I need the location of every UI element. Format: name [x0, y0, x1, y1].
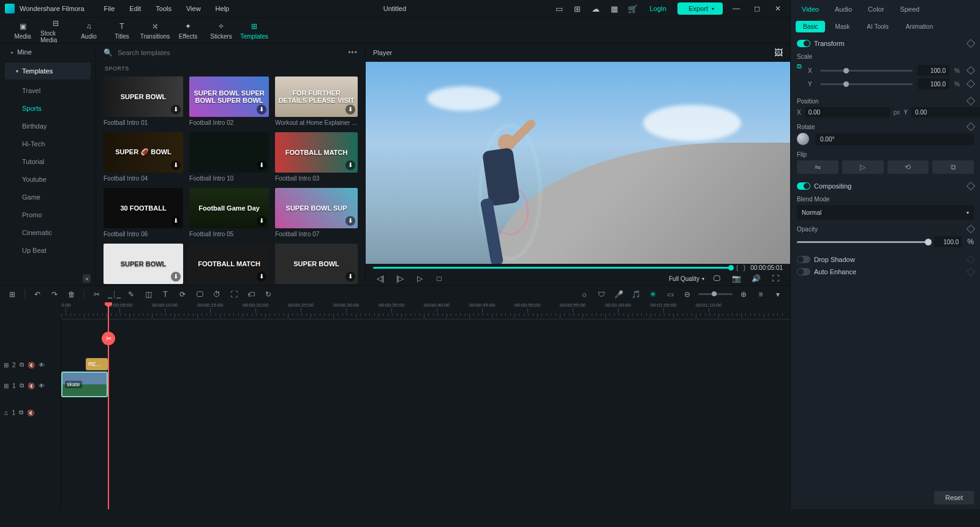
rotate-cw-icon[interactable]: ⧉ — [932, 160, 974, 174]
nav-sub-sports[interactable]: Sports — [0, 99, 96, 117]
template-thumb[interactable]: Football Game Day⬇Football Intro 05 — [189, 188, 269, 237]
track-head-title[interactable]: ⊞2 ⧉ 🔇 👁 — [0, 357, 61, 372]
keyframe-icon[interactable] — [967, 225, 975, 233]
nav-sub-promo[interactable]: Promo — [0, 206, 96, 223]
eye-icon[interactable]: 👁 — [39, 362, 45, 368]
apps-icon[interactable]: ▦ — [608, 2, 620, 15]
eye-icon[interactable]: 👁 — [39, 383, 45, 389]
scale-y-slider[interactable] — [820, 83, 913, 85]
close-button[interactable]: ✕ — [771, 4, 785, 13]
track-head-video[interactable]: ⊞1 ⧉ 🔇 👁 — [0, 372, 61, 399]
mark-in-icon[interactable]: { — [736, 264, 739, 271]
template-thumb[interactable]: SUPER BOWL SUPER BOWL SUPER BOWL⬇Footbal… — [189, 77, 269, 126]
rp-sub-basic[interactable]: Basic — [796, 21, 825, 32]
template-thumb[interactable]: FOOTBALL MATCH⬇ — [189, 244, 269, 285]
template-thumb[interactable]: SUPER BOWL⬇Football Intro 01 — [104, 77, 183, 126]
keyframe-icon[interactable] — [967, 66, 975, 75]
download-icon[interactable]: ⬇ — [257, 160, 266, 170]
monitor-icon[interactable]: 🖵 — [709, 271, 724, 286]
mark-icon[interactable]: ✎ — [124, 288, 138, 301]
snapshot-icon[interactable]: ⊞ — [571, 2, 584, 15]
template-thumb[interactable]: ⬇Football Intro 10 — [189, 132, 269, 182]
dropshadow-toggle[interactable] — [797, 256, 810, 263]
list-icon[interactable]: ≡ — [753, 288, 768, 301]
fullscreen-icon[interactable]: ⛶ — [768, 271, 783, 286]
opacity-slider[interactable] — [797, 241, 929, 243]
redo-icon[interactable]: ↷ — [47, 288, 62, 301]
export-button[interactable]: Export▾ — [677, 2, 723, 15]
link-scale-icon[interactable]: ⧉ — [797, 62, 805, 92]
keyframe-icon[interactable] — [967, 80, 975, 88]
transform-toggle[interactable] — [797, 40, 810, 47]
keyframe-icon[interactable] — [967, 255, 975, 264]
delete-icon[interactable]: 🗑 — [64, 288, 79, 301]
download-icon[interactable]: ⬇ — [171, 105, 181, 114]
scale-x-slider[interactable] — [820, 70, 913, 72]
download-icon[interactable]: ⬇ — [257, 216, 266, 226]
scale-x-value[interactable]: 100.0 — [918, 65, 949, 76]
undo-icon[interactable]: ↶ — [30, 288, 45, 301]
mute-icon[interactable]: 🔇 — [27, 409, 34, 416]
zoom-in-icon[interactable]: ⊕ — [736, 288, 751, 301]
login-button[interactable]: LogIn — [645, 5, 672, 12]
rotate-dial[interactable] — [797, 133, 809, 145]
layout-icon[interactable]: ▭ — [553, 2, 565, 15]
menu-file[interactable]: File — [97, 5, 123, 12]
timeline-ruler[interactable]: 0:0000:00:05:0000:00:10:0000:00:15:0000:… — [61, 302, 790, 320]
tab-templates[interactable]: ⊞Templates — [238, 21, 271, 40]
volume-icon[interactable]: 🔊 — [748, 271, 763, 286]
record-icon[interactable]: 🖵 — [192, 288, 207, 301]
text-icon[interactable]: T — [158, 288, 173, 301]
flip-h-icon[interactable]: ⇋ — [797, 160, 839, 174]
aspect-icon[interactable]: ▭ — [663, 288, 677, 301]
track-head-audio[interactable]: ♫1 ⧉ 🔇 — [0, 399, 61, 426]
mark-out-icon[interactable]: } — [743, 264, 745, 271]
rp-tab-speed[interactable]: Speed — [894, 3, 925, 15]
tab-titles[interactable]: TTitles — [105, 21, 138, 40]
download-icon[interactable]: ⬇ — [171, 160, 181, 170]
autoenhance-toggle[interactable] — [797, 268, 810, 275]
nav-sub-birthday[interactable]: Birthday — [0, 117, 96, 135]
copy-icon[interactable]: ⧉ — [20, 361, 24, 368]
pos-x-input[interactable] — [805, 107, 890, 118]
template-thumb[interactable]: SUPER 🏈 BOWL⬇Football Intro 04 — [104, 132, 183, 182]
nav-templates[interactable]: Templates — [5, 62, 91, 80]
rp-sub-animation[interactable]: Animation — [899, 21, 940, 32]
camera-icon[interactable]: 📷 — [729, 271, 744, 286]
nav-sub-hitech[interactable]: Hi-Tech — [0, 135, 96, 152]
more-icon[interactable]: ••• — [348, 48, 358, 57]
nav-sub-cinematic[interactable]: Cinematic — [0, 223, 96, 241]
download-icon[interactable]: ⬇ — [171, 272, 181, 282]
scissors-icon[interactable]: ✂ — [89, 288, 104, 301]
nav-collapse[interactable]: ◂ — [0, 272, 96, 285]
preview-canvas[interactable] — [366, 62, 790, 264]
search-input[interactable] — [118, 49, 343, 56]
rp-tab-video[interactable]: Video — [796, 3, 825, 15]
menu-edit[interactable]: Edit — [122, 5, 148, 12]
brightness-icon[interactable]: ☼ — [577, 288, 592, 301]
download-icon[interactable]: ⬇ — [257, 105, 266, 114]
keyframe-icon[interactable] — [967, 97, 975, 105]
tab-effects[interactable]: ✦Effects — [172, 21, 205, 40]
nav-mine[interactable]: Mine — [0, 43, 96, 61]
stop-icon[interactable]: □ — [432, 271, 447, 286]
keyframe-icon[interactable] — [967, 182, 975, 190]
nav-sub-tutorial[interactable]: Tutorial — [0, 152, 96, 170]
blend-select[interactable]: Normal▾ — [797, 205, 974, 220]
rotate-ccw-icon[interactable]: ⟲ — [888, 160, 929, 174]
compositing-toggle[interactable] — [797, 182, 810, 190]
grid-icon[interactable]: ⊞ — [5, 288, 20, 301]
mute-icon[interactable]: 🔇 — [28, 383, 35, 389]
cloud-icon[interactable]: ☁ — [590, 2, 602, 15]
mute-icon[interactable]: 🔇 — [28, 362, 35, 368]
tab-audio[interactable]: ♫Audio — [72, 21, 105, 40]
rp-tab-color[interactable]: Color — [862, 3, 890, 15]
quality-select[interactable]: Full Quality▾ — [669, 275, 704, 282]
menu-help[interactable]: Help — [208, 5, 237, 12]
template-thumb[interactable]: FOOTBALL MATCH⬇Football Intro 03 — [275, 132, 358, 182]
fit-icon[interactable]: ⛶ — [227, 288, 241, 301]
opacity-value[interactable]: 100.0 — [934, 236, 962, 247]
shield-icon[interactable]: 🛡 — [594, 288, 609, 301]
menu-tools[interactable]: Tools — [148, 5, 179, 12]
zoom-out-icon[interactable]: ⊖ — [680, 288, 695, 301]
